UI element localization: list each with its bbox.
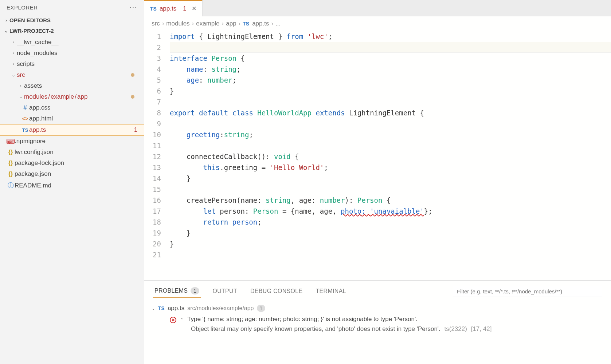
tree-file-app-ts[interactable]: TS app.ts 1 [0, 124, 144, 136]
explorer-more-icon[interactable]: ··· [130, 4, 137, 11]
problems-count-badge: 1 [191, 287, 199, 294]
problem-location: [17, 42] [471, 325, 492, 332]
chevron-down-icon: ⌄ [10, 72, 17, 78]
json-file-icon: {} [7, 170, 15, 178]
tree-file-app-css[interactable]: # app.css [0, 102, 144, 113]
folder-label: node_modules [17, 50, 58, 57]
open-editors-section[interactable]: › OPEN EDITORS [0, 15, 144, 25]
chevron-down-icon: ⌄ [3, 28, 9, 33]
crumb[interactable]: src [152, 20, 160, 27]
chevron-right-icon: › [239, 20, 241, 27]
chevron-up-icon: ⌃ [180, 317, 184, 323]
tree-folder-scripts[interactable]: › scripts [0, 59, 144, 70]
project-section[interactable]: ⌄ LWR-PROJECT-2 [0, 25, 144, 36]
line-gutter: 123456789101112131415161718192021 [144, 31, 170, 280]
problem-file-path: src/modules/example/app [187, 305, 254, 312]
tree-file-app-html[interactable]: <> app.html [0, 113, 144, 124]
file-label: lwr.config.json [15, 149, 54, 156]
tab-label: app.ts [160, 5, 176, 12]
crumb-file[interactable]: app.ts [252, 20, 269, 27]
tree-folder-modules-path[interactable]: ⌄ modules/example/app [0, 91, 144, 102]
problem-file-name: app.ts [168, 305, 184, 312]
tree-folder-node-modules[interactable]: › node_modules [0, 48, 144, 59]
explorer-title: EXPLORER [7, 4, 38, 11]
folder-label: assets [24, 82, 42, 90]
editor-area: TS app.ts 1 ✕ src› modules› example› app… [144, 0, 611, 364]
html-file-icon: <> [21, 116, 29, 122]
crumb[interactable]: app [226, 20, 236, 27]
chevron-right-icon: › [222, 20, 224, 27]
ts-file-icon: TS [21, 127, 29, 133]
file-label: .npmignore [15, 138, 46, 145]
chevron-right-icon: › [10, 51, 17, 56]
code-content[interactable]: import { LightningElement } from 'lwc'; … [170, 31, 611, 280]
tree-file-package-json[interactable]: {} package.json [0, 169, 144, 179]
problems-filter-input[interactable] [453, 286, 602, 297]
tab-problems[interactable]: PROBLEMS 1 [153, 284, 201, 298]
chevron-right-icon: › [10, 40, 17, 45]
project-label: LWR-PROJECT-2 [9, 28, 54, 34]
folder-label: scripts [17, 60, 35, 68]
tree-folder-lwr-cache[interactable]: › __lwr_cache__ [0, 37, 144, 48]
chevron-right-icon: › [17, 83, 24, 88]
chevron-right-icon: › [162, 20, 164, 27]
path-app: app [77, 93, 87, 100]
info-file-icon: ⓘ [7, 181, 15, 190]
tab-terminal[interactable]: TERMINAL [314, 285, 348, 297]
modified-dot-icon [131, 95, 134, 99]
file-label: app.ts [29, 126, 46, 134]
tab-app-ts[interactable]: TS app.ts 1 ✕ [144, 0, 203, 16]
tabs-bar: TS app.ts 1 ✕ [144, 0, 611, 16]
file-label: app.css [29, 104, 51, 111]
crumb[interactable]: example [196, 20, 219, 27]
close-icon[interactable]: ✕ [192, 5, 196, 12]
tree-folder-assets[interactable]: › assets [0, 80, 144, 91]
json-file-icon: {} [7, 149, 15, 156]
problem-detail: Object literal may only specify known pr… [148, 325, 607, 334]
tab-label: PROBLEMS [154, 288, 188, 294]
tree-folder-src[interactable]: ⌄ src [0, 70, 144, 80]
problem-message: Type '{ name: string; age: number; photo… [187, 316, 418, 323]
tree-file-lwr-config[interactable]: {} lwr.config.json [0, 147, 144, 158]
explorer-header: EXPLORER ··· [0, 0, 144, 15]
error-count: 1 [134, 127, 137, 133]
modified-dot-icon [131, 73, 134, 77]
chevron-right-icon: › [192, 20, 194, 27]
panel-tabs: PROBLEMS 1 OUTPUT DEBUG CONSOLE TERMINAL [144, 281, 611, 298]
tab-output[interactable]: OUTPUT [211, 285, 239, 297]
folder-label: __lwr_cache__ [17, 39, 58, 46]
crumb[interactable]: modules [166, 20, 189, 27]
ts-file-icon: TS [150, 6, 157, 12]
chevron-down-icon: ⌄ [152, 306, 155, 311]
code-editor[interactable]: 123456789101112131415161718192021 import… [144, 31, 611, 280]
file-label: package-lock.json [15, 159, 64, 167]
file-tree: › __lwr_cache__ › node_modules › scripts… [0, 36, 144, 192]
json-file-icon: {} [7, 159, 15, 167]
tree-file-package-lock[interactable]: {} package-lock.json [0, 158, 144, 169]
chevron-down-icon: ⌄ [17, 94, 24, 99]
chevron-right-icon: › [3, 18, 9, 23]
open-editors-label: OPEN EDITORS [9, 17, 51, 23]
path-example: example [51, 93, 74, 100]
problem-item[interactable]: ⌃ Type '{ name: string; age: number; pho… [148, 314, 607, 325]
tree-file-npmignore[interactable]: npm .npmignore [0, 136, 144, 147]
file-label: package.json [15, 170, 51, 178]
explorer-sidebar: EXPLORER ··· › OPEN EDITORS ⌄ LWR-PROJEC… [0, 0, 144, 364]
error-icon [170, 317, 176, 323]
css-file-icon: # [21, 104, 29, 111]
chevron-right-icon: › [10, 62, 17, 67]
tab-error-count: 1 [183, 5, 186, 12]
problem-file-row[interactable]: ⌄ TS app.ts src/modules/example/app 1 [148, 302, 607, 314]
crumb-trailing: ... [275, 20, 281, 27]
path-modules: modules [24, 93, 47, 100]
breadcrumbs[interactable]: src› modules› example› app› TS app.ts› .… [144, 16, 611, 31]
bottom-panel: PROBLEMS 1 OUTPUT DEBUG CONSOLE TERMINAL… [144, 280, 611, 364]
tab-debug-console[interactable]: DEBUG CONSOLE [249, 285, 304, 297]
chevron-right-icon: › [271, 20, 273, 27]
ts-file-icon: TS [158, 305, 165, 311]
npm-file-icon: npm [7, 139, 15, 144]
tree-file-readme[interactable]: ⓘ README.md [0, 179, 144, 191]
problems-list: ⌄ TS app.ts src/modules/example/app 1 ⌃ … [144, 298, 611, 339]
problem-detail-text: Object literal may only specify known pr… [191, 325, 440, 332]
problem-code: ts(2322) [444, 325, 467, 332]
